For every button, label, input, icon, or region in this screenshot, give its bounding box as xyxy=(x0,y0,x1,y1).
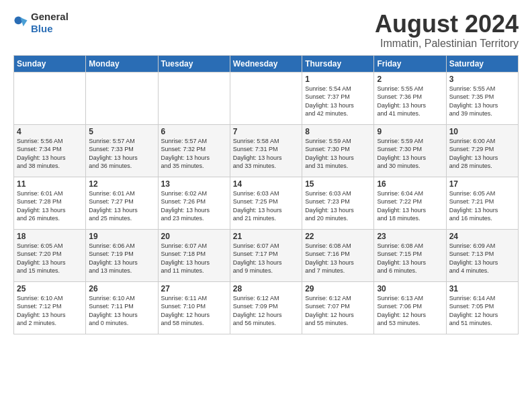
day-detail: Sunrise: 6:10 AMSunset: 7:11 PMDaylight:… xyxy=(89,295,138,327)
day-detail: Sunrise: 6:05 AMSunset: 7:21 PMDaylight:… xyxy=(449,190,498,222)
day-number: 18 xyxy=(17,232,83,241)
col-tuesday: Tuesday xyxy=(158,55,230,72)
calendar-cell: 11Sunrise: 6:01 AMSunset: 7:28 PMDayligh… xyxy=(14,177,86,229)
day-number: 22 xyxy=(305,232,371,241)
day-number: 15 xyxy=(305,179,371,189)
day-number: 13 xyxy=(161,179,227,189)
week-row-2: 11Sunrise: 6:01 AMSunset: 7:28 PMDayligh… xyxy=(14,177,519,229)
col-wednesday: Wednesday xyxy=(230,55,302,72)
week-row-4: 25Sunrise: 6:10 AMSunset: 7:12 PMDayligh… xyxy=(14,281,519,334)
calendar-cell: 13Sunrise: 6:02 AMSunset: 7:26 PMDayligh… xyxy=(158,177,230,229)
day-detail: Sunrise: 6:11 AMSunset: 7:10 PMDaylight:… xyxy=(161,295,210,327)
day-detail: Sunrise: 5:55 AMSunset: 7:36 PMDaylight:… xyxy=(377,85,426,118)
day-detail: Sunrise: 5:57 AMSunset: 7:32 PMDaylight:… xyxy=(161,138,210,170)
day-number: 7 xyxy=(233,127,299,136)
calendar-cell xyxy=(14,72,86,124)
calendar-cell: 4Sunrise: 5:56 AMSunset: 7:34 PMDaylight… xyxy=(14,124,86,177)
calendar-cell xyxy=(158,72,230,124)
calendar-cell: 2Sunrise: 5:55 AMSunset: 7:36 PMDaylight… xyxy=(374,72,446,124)
day-number: 8 xyxy=(305,127,371,136)
calendar-cell xyxy=(86,72,158,124)
logo: General Blue xyxy=(13,11,69,35)
calendar-cell: 6Sunrise: 5:57 AMSunset: 7:32 PMDaylight… xyxy=(158,124,230,177)
day-detail: Sunrise: 6:02 AMSunset: 7:26 PMDaylight:… xyxy=(161,190,210,222)
day-detail: Sunrise: 6:14 AMSunset: 7:05 PMDaylight:… xyxy=(449,295,498,327)
col-thursday: Thursday xyxy=(302,55,374,72)
calendar-cell: 28Sunrise: 6:12 AMSunset: 7:09 PMDayligh… xyxy=(230,281,302,334)
day-detail: Sunrise: 6:08 AMSunset: 7:15 PMDaylight:… xyxy=(377,242,426,275)
calendar-cell: 31Sunrise: 6:14 AMSunset: 7:05 PMDayligh… xyxy=(446,281,518,334)
day-detail: Sunrise: 6:01 AMSunset: 7:28 PMDaylight:… xyxy=(17,190,66,222)
logo-text: General Blue xyxy=(31,11,69,35)
day-detail: Sunrise: 5:56 AMSunset: 7:34 PMDaylight:… xyxy=(17,138,66,170)
day-number: 14 xyxy=(233,179,299,189)
day-detail: Sunrise: 6:12 AMSunset: 7:09 PMDaylight:… xyxy=(233,295,282,327)
day-number: 12 xyxy=(89,179,154,189)
logo-icon xyxy=(13,15,28,30)
day-detail: Sunrise: 6:03 AMSunset: 7:25 PMDaylight:… xyxy=(233,190,282,222)
calendar-cell: 22Sunrise: 6:08 AMSunset: 7:16 PMDayligh… xyxy=(302,229,374,281)
day-detail: Sunrise: 6:09 AMSunset: 7:13 PMDaylight:… xyxy=(449,242,498,275)
day-number: 20 xyxy=(161,232,227,241)
week-row-1: 4Sunrise: 5:56 AMSunset: 7:34 PMDaylight… xyxy=(14,124,519,177)
calendar-cell: 15Sunrise: 6:03 AMSunset: 7:23 PMDayligh… xyxy=(302,177,374,229)
day-number: 17 xyxy=(449,179,515,189)
day-detail: Sunrise: 5:57 AMSunset: 7:33 PMDaylight:… xyxy=(89,138,138,170)
calendar-cell: 9Sunrise: 5:59 AMSunset: 7:30 PMDaylight… xyxy=(374,124,446,177)
calendar-cell: 5Sunrise: 5:57 AMSunset: 7:33 PMDaylight… xyxy=(86,124,158,177)
title-area: August 2024 Immatin, Palestinian Territo… xyxy=(375,11,519,50)
day-detail: Sunrise: 5:59 AMSunset: 7:30 PMDaylight:… xyxy=(305,138,354,170)
calendar-cell: 25Sunrise: 6:10 AMSunset: 7:12 PMDayligh… xyxy=(14,281,86,334)
calendar-cell: 16Sunrise: 6:04 AMSunset: 7:22 PMDayligh… xyxy=(374,177,446,229)
day-detail: Sunrise: 6:01 AMSunset: 7:27 PMDaylight:… xyxy=(89,190,138,222)
day-detail: Sunrise: 6:05 AMSunset: 7:20 PMDaylight:… xyxy=(17,242,66,275)
day-detail: Sunrise: 5:58 AMSunset: 7:31 PMDaylight:… xyxy=(233,138,282,170)
calendar-cell: 19Sunrise: 6:06 AMSunset: 7:19 PMDayligh… xyxy=(86,229,158,281)
day-detail: Sunrise: 6:06 AMSunset: 7:19 PMDaylight:… xyxy=(89,242,138,275)
calendar-subtitle: Immatin, Palestinian Territory xyxy=(375,38,519,50)
calendar-cell: 17Sunrise: 6:05 AMSunset: 7:21 PMDayligh… xyxy=(446,177,518,229)
day-detail: Sunrise: 6:08 AMSunset: 7:16 PMDaylight:… xyxy=(305,242,354,275)
day-detail: Sunrise: 5:55 AMSunset: 7:35 PMDaylight:… xyxy=(449,85,498,118)
day-number: 9 xyxy=(377,127,443,136)
col-friday: Friday xyxy=(374,55,446,72)
calendar-cell: 7Sunrise: 5:58 AMSunset: 7:31 PMDaylight… xyxy=(230,124,302,177)
day-number: 27 xyxy=(161,284,227,293)
week-row-3: 18Sunrise: 6:05 AMSunset: 7:20 PMDayligh… xyxy=(14,229,519,281)
header: General Blue August 2024 Immatin, Palest… xyxy=(13,11,519,50)
page: General Blue August 2024 Immatin, Palest… xyxy=(0,0,532,411)
day-number: 21 xyxy=(233,232,299,241)
header-row: Sunday Monday Tuesday Wednesday Thursday… xyxy=(14,55,519,72)
col-monday: Monday xyxy=(86,55,158,72)
day-detail: Sunrise: 6:04 AMSunset: 7:22 PMDaylight:… xyxy=(377,190,426,222)
week-row-0: 1Sunrise: 5:54 AMSunset: 7:37 PMDaylight… xyxy=(14,72,519,124)
calendar-cell: 14Sunrise: 6:03 AMSunset: 7:25 PMDayligh… xyxy=(230,177,302,229)
day-number: 28 xyxy=(233,284,299,293)
col-sunday: Sunday xyxy=(14,55,86,72)
day-number: 11 xyxy=(17,179,83,189)
day-number: 2 xyxy=(377,75,443,84)
calendar-cell: 21Sunrise: 6:07 AMSunset: 7:17 PMDayligh… xyxy=(230,229,302,281)
day-detail: Sunrise: 5:54 AMSunset: 7:37 PMDaylight:… xyxy=(305,85,354,118)
day-number: 26 xyxy=(89,284,154,293)
logo-general: General xyxy=(31,11,69,22)
day-number: 19 xyxy=(89,232,154,241)
calendar-cell: 26Sunrise: 6:10 AMSunset: 7:11 PMDayligh… xyxy=(86,281,158,334)
calendar-body: 1Sunrise: 5:54 AMSunset: 7:37 PMDaylight… xyxy=(14,72,519,334)
day-detail: Sunrise: 6:12 AMSunset: 7:07 PMDaylight:… xyxy=(305,295,354,327)
day-number: 1 xyxy=(305,75,371,84)
day-number: 29 xyxy=(305,284,371,293)
calendar-cell: 29Sunrise: 6:12 AMSunset: 7:07 PMDayligh… xyxy=(302,281,374,334)
day-number: 23 xyxy=(377,232,443,241)
day-detail: Sunrise: 5:59 AMSunset: 7:30 PMDaylight:… xyxy=(377,138,426,170)
calendar-cell: 10Sunrise: 6:00 AMSunset: 7:29 PMDayligh… xyxy=(446,124,518,177)
day-number: 5 xyxy=(89,127,154,136)
day-number: 24 xyxy=(449,232,515,241)
day-detail: Sunrise: 6:13 AMSunset: 7:06 PMDaylight:… xyxy=(377,295,426,327)
calendar-cell: 1Sunrise: 5:54 AMSunset: 7:37 PMDaylight… xyxy=(302,72,374,124)
day-number: 30 xyxy=(377,284,443,293)
calendar-cell: 3Sunrise: 5:55 AMSunset: 7:35 PMDaylight… xyxy=(446,72,518,124)
day-detail: Sunrise: 6:00 AMSunset: 7:29 PMDaylight:… xyxy=(449,138,498,170)
day-number: 3 xyxy=(449,75,515,84)
day-number: 6 xyxy=(161,127,227,136)
